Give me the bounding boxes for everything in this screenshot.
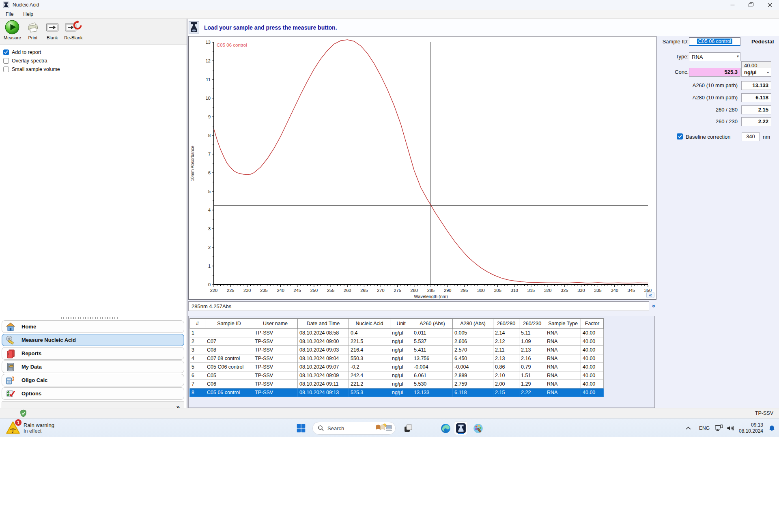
menu-file[interactable]: File [2, 11, 17, 18]
paint-app-icon[interactable] [471, 422, 484, 435]
search-box[interactable]: Search [312, 422, 396, 435]
table-cell: 6.061 [412, 371, 453, 380]
column-header-a260-abs[interactable]: A260 (Abs) [412, 319, 453, 329]
baseline-wavelength-input[interactable]: 340 [742, 132, 760, 141]
svg-text:330: 330 [577, 288, 585, 293]
column-header-[interactable]: # [190, 319, 205, 329]
column-header-sample-id[interactable]: Sample ID [205, 319, 253, 329]
table-row[interactable]: 7C06TP-SSV08.10.2024 09:11221.2ng/µl5.53… [190, 380, 604, 388]
sidebar-item-measure-nucleic-acid[interactable]: Measure Nucleic Acid [2, 334, 184, 346]
column-header-unit[interactable]: Unit [390, 319, 412, 329]
table-cell: 2.889 [453, 371, 493, 380]
clock[interactable]: 09:13 08.10.2024 [737, 419, 765, 438]
edge-browser-icon[interactable] [439, 422, 452, 435]
report-options: Add to reportOverlay spectraSmall sample… [3, 48, 60, 73]
minimize-button[interactable] [723, 0, 742, 10]
reblank-button[interactable]: Re-Blank [63, 19, 84, 41]
measure-nucleic-acid-icon [5, 335, 16, 345]
table-cell: 2.22 [519, 388, 545, 397]
column-header-user-name[interactable]: User name [253, 319, 298, 329]
column-header-260-230[interactable]: 260/230 [519, 319, 545, 329]
column-header-date-and-time[interactable]: Date and Time [298, 319, 349, 329]
type-dropdown[interactable]: RNA ▾ [689, 52, 740, 61]
table-row[interactable]: 6C05TP-SSV08.10.2024 09:09242.4ng/µl6.06… [190, 371, 604, 380]
measure-button[interactable]: Measure [2, 19, 22, 41]
table-cell: -0.2 [349, 363, 390, 371]
checkbox-overlay-spectra[interactable]: Overlay spectra [3, 56, 60, 65]
time: 09:13 [739, 422, 763, 428]
main-region: Load your sample and press the measure b… [187, 19, 779, 408]
baseline-correction-checkbox[interactable] [677, 133, 683, 139]
reports-icon [5, 348, 16, 359]
blank-button[interactable]: Blank [43, 19, 61, 41]
table-row[interactable]: 8C05 06 controlTP-SSV08.10.2024 09:13525… [190, 388, 604, 397]
sidebar-item-label: Reports [22, 350, 41, 356]
tray-chevron-up-icon[interactable] [683, 419, 693, 438]
table-cell: 40.00 [581, 337, 604, 346]
app-status-bar: TP-SSV [0, 408, 779, 418]
sidebar-item-home[interactable]: Home [2, 320, 184, 333]
table-row[interactable]: 2C07TP-SSV08.10.2024 09:00221.5ng/µl5.53… [190, 337, 604, 346]
column-header-nucleic-acid[interactable]: Nucleic Acid [349, 319, 390, 329]
table-row[interactable]: 5C05 C06 controlTP-SSV08.10.2024 09:07-0… [190, 363, 604, 371]
chevron-collapse-left-icon[interactable]: « [646, 292, 654, 298]
table-cell: 2.606 [453, 337, 493, 346]
svg-text:C05 06 control: C05 06 control [217, 43, 247, 47]
instruction-bar: Load your sample and press the measure b… [187, 19, 779, 36]
panel-splitter-handle[interactable] [61, 317, 118, 319]
sample-id-input[interactable]: C05 06 control [689, 37, 740, 46]
table-cell: 13.133 [412, 388, 453, 397]
nucleic-acid-app-icon[interactable] [454, 422, 467, 435]
taskbar-weather-widget[interactable]: 1 Rain warning In effect [6, 420, 54, 435]
print-button[interactable]: Print [24, 19, 42, 41]
sidebar-item-oligo-calc[interactable]: Oligo Calc [2, 374, 184, 386]
table-row[interactable]: 3C08TP-SSV08.10.2024 09:03216.4ng/µl5.41… [190, 346, 604, 354]
sidebar-item-my-data[interactable]: My Data [2, 360, 184, 373]
ratio-260-280-field: 2.15 [741, 105, 771, 114]
table-cell: 7 [190, 380, 205, 388]
checkbox-add-to-report[interactable]: Add to report [3, 48, 60, 56]
language-indicator[interactable]: ENG [696, 419, 712, 438]
chevron-expand-down-icon[interactable]: » [651, 301, 657, 311]
close-button[interactable] [760, 0, 779, 10]
table-row[interactable]: 4C07 08 controlTP-SSV08.10.2024 09:04550… [190, 354, 604, 363]
sidebar-item-options[interactable]: Options [2, 387, 184, 400]
table-cell: RNA [545, 371, 581, 380]
sidebar-item-reports[interactable]: Reports [2, 347, 184, 360]
restore-button[interactable] [742, 0, 760, 10]
notification-bell-icon[interactable] [766, 419, 777, 438]
conc-unit-dropdown[interactable]: ng/µl ⌄ [741, 68, 771, 77]
column-header-sample-type[interactable]: Sample Type [545, 319, 581, 329]
table-cell: C05 C06 control [205, 363, 253, 371]
checkbox-small-sample-volume[interactable]: Small sample volume [3, 65, 60, 73]
checkbox-unchecked-icon[interactable] [3, 58, 9, 64]
volume-icon[interactable] [725, 419, 736, 438]
menu-help[interactable]: Help [19, 11, 37, 18]
spectrum-chart[interactable]: 2202252302352402452502552602652702752802… [189, 36, 655, 300]
column-header-a280-abs[interactable]: A280 (Abs) [453, 319, 493, 329]
table-cell: 08.10.2024 08:58 [298, 329, 349, 337]
network-icon[interactable] [713, 419, 725, 438]
checkbox-checked-icon[interactable] [3, 49, 9, 55]
svg-text:5: 5 [208, 189, 211, 194]
column-header-factor[interactable]: Factor [581, 319, 604, 329]
a260-label: A260 (10 mm path) [657, 82, 738, 88]
table-cell: 08.10.2024 09:11 [298, 380, 349, 388]
spectrum-chart-panel: 2202252302352402452502552602652702752802… [188, 36, 656, 300]
start-button[interactable] [295, 422, 308, 435]
table-cell: RNA [545, 388, 581, 397]
table-row[interactable]: 1TP-SSV08.10.2024 08:580.4ng/µl0.0110.00… [190, 329, 604, 337]
checkbox-unchecked-icon[interactable] [3, 66, 9, 72]
blank-icon [45, 19, 60, 35]
sample-id-selected-text: C05 06 control [697, 39, 732, 44]
window-title: Nucleic Acid [13, 2, 39, 8]
svg-text:275: 275 [394, 288, 401, 293]
task-view-button[interactable] [402, 422, 415, 435]
table-cell: 40.00 [581, 354, 604, 363]
sidebar-nav: HomeMeasure Nucleic AcidReportsMy DataOl… [2, 320, 184, 401]
column-header-260-280[interactable]: 260/280 [493, 319, 519, 329]
search-highlight-image[interactable] [375, 423, 393, 433]
table-cell: ng/µl [390, 337, 412, 346]
measure-icon [4, 19, 20, 35]
table-cell: C05 06 control [205, 388, 253, 397]
